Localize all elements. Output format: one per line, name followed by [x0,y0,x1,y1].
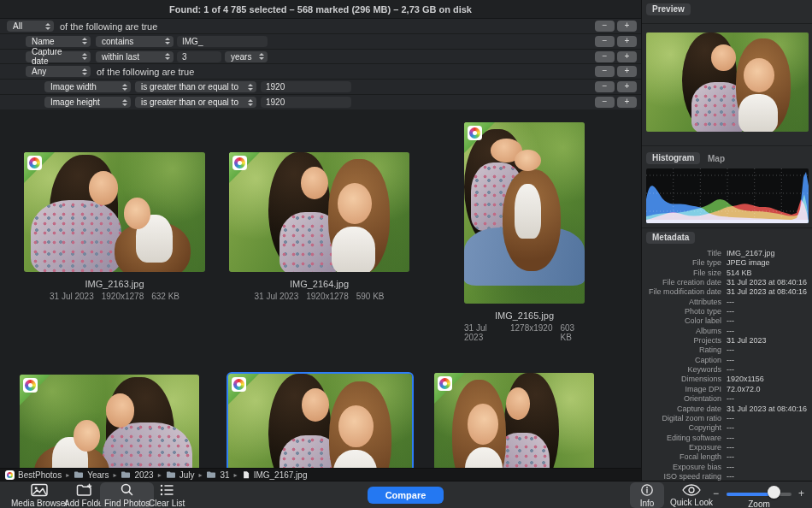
metadata-row: Editing software --- [642,434,812,443]
metadata-value: --- [727,472,734,481]
match-any-dropdown[interactable]: Any [26,66,91,77]
stepper-arrows-icon [160,38,170,44]
photos-app-icon [27,156,42,170]
thumbnail-img-2165[interactable]: IMG_2165.jpg 31 Jul 20231278x1920603 KB [464,122,585,342]
filter-rules: All of the following are true −+ Name co… [0,19,641,109]
thumbnail-img-2167-selected[interactable] [228,374,412,468]
add-rule-button[interactable]: + [617,97,637,108]
photos-app-icon [468,126,482,140]
match-all-dropdown[interactable]: All [7,21,54,32]
zoom-in-button[interactable]: + [798,487,804,499]
metadata-label: ISO speed rating [642,472,727,481]
thumbnail-img-2164[interactable]: IMG_2164.jpg 31 Jul 20231920x1278590 KB [229,152,409,301]
metadata-label: Exposure [642,443,727,452]
metadata-value: IMG_2167.jpg [727,249,775,258]
photo-meta: 31 Jul 20231920x1278590 KB [254,292,384,301]
operator-dropdown[interactable]: is greater than or equal to [135,81,256,92]
compare-button[interactable]: Compare [368,487,444,504]
add-rule-button[interactable]: + [617,66,637,77]
zoom-slider[interactable] [727,493,791,496]
field-dropdown[interactable]: Capture date [26,51,91,62]
breadcrumb-separator: ▸ [158,471,162,479]
match-suffix-text: of the following are true [60,21,157,32]
metadata-label: Exposure bias [642,463,727,472]
breadcrumb-item-years[interactable]: Years [74,470,109,480]
metadata-value: 31 Jul 2023 at 08:40:16 [727,278,807,287]
metadata-row: Exposure --- [642,443,812,452]
add-rule-button[interactable]: + [617,51,637,62]
stepper-arrows-icon [77,53,87,60]
magnifier-icon [120,482,134,497]
breadcrumb-item-file[interactable]: IMG_2167.jpg [242,470,308,480]
metadata-row: Keywords --- [642,365,812,375]
metadata-row: Focal length --- [642,452,812,462]
metadata-value: 72.0x72.0 [727,385,761,394]
zoom-out-button[interactable]: − [713,487,719,499]
info-button[interactable]: Info [630,482,664,508]
metadata-section-label: Metadata [646,232,695,244]
stepper-arrows-icon [160,53,170,60]
breadcrumb-item-library[interactable]: BestPhotos [5,470,62,480]
remove-rule-button[interactable]: − [595,81,615,92]
breadcrumb-item-31[interactable]: 31 [206,470,229,480]
unit-dropdown[interactable]: years [225,51,268,62]
metadata-value: --- [727,443,734,452]
zoom-label: Zoom [727,499,791,508]
metadata-label: File modification date [642,287,727,297]
photo-filename: IMG_2163.jpg [85,279,144,289]
breadcrumb-item-july[interactable]: July [166,470,195,480]
search-results-summary: Found: 1 of 4 785 selected – 568 marked … [0,4,641,15]
height-value-input[interactable] [261,97,351,108]
inspector-panel: Preview Histogram Map Metadata [641,0,812,481]
metadata-value: --- [727,365,734,375]
tab-map[interactable]: Map [708,154,725,163]
thumbnail-row2-3[interactable] [434,373,594,468]
add-rule-button[interactable]: + [617,81,637,92]
width-value-input[interactable] [261,81,351,92]
metadata-label: Digital zoom ratio [642,414,727,423]
remove-rule-button[interactable]: − [595,51,615,62]
metadata-row: File modification date 31 Jul 2023 at 08… [642,287,812,297]
metadata-value: --- [727,346,734,355]
metadata-value: --- [727,394,734,404]
name-value-input[interactable] [177,36,268,47]
photo-finder-window: Found: 1 of 4 785 selected – 568 marked … [0,0,812,508]
remove-rule-button[interactable]: − [595,21,615,32]
remove-rule-button[interactable]: − [595,97,615,108]
metadata-label: Caption [642,356,727,365]
photo-filename: IMG_2164.jpg [290,279,349,289]
thumbnail-row2-1[interactable] [20,375,199,468]
remove-rule-button[interactable]: − [595,66,615,77]
breadcrumb-item-2023[interactable]: 2023 [121,470,153,480]
metadata-row: Copyright --- [642,423,812,433]
metadata-row: File size 514 KB [642,269,812,278]
photos-app-icon [23,378,38,393]
metadata-label: Copyright [642,423,727,433]
operator-dropdown[interactable]: within last [96,51,174,62]
stepper-arrows-icon [243,99,253,106]
metadata-label: Title [642,249,727,258]
metadata-label: Image DPI [642,385,727,394]
breadcrumb-separator: ▸ [113,471,116,479]
metadata-value: 1920x1156 [727,375,764,384]
clear-list-button[interactable]: Clear List [144,482,189,508]
folder-icon [121,470,131,479]
field-dropdown[interactable]: Image height [44,97,131,108]
operator-dropdown[interactable]: contains [96,36,174,47]
add-rule-button[interactable]: + [617,21,637,32]
operator-dropdown[interactable]: is greater than or equal to [135,97,256,108]
breadcrumb-separator: ▸ [66,471,69,479]
metadata-label: Capture date [642,405,727,414]
remove-rule-button[interactable]: − [595,36,615,47]
field-dropdown[interactable]: Image width [44,81,131,92]
tab-histogram[interactable]: Histogram [646,152,700,164]
thumbnail-img-2163[interactable]: IMG_2163.jpg 31 Jul 20231920x1278632 KB [24,152,205,301]
metadata-row: Color label --- [642,316,812,326]
metadata-label: Projects [642,336,727,346]
field-dropdown[interactable]: Name [26,36,91,47]
photo-row2-3 [434,373,594,468]
filter-row-match-any: Any of the following are true −+ [0,64,641,80]
zoom-slider-knob[interactable] [768,486,780,499]
capture-value-input[interactable] [177,51,221,62]
add-rule-button[interactable]: + [617,36,637,47]
